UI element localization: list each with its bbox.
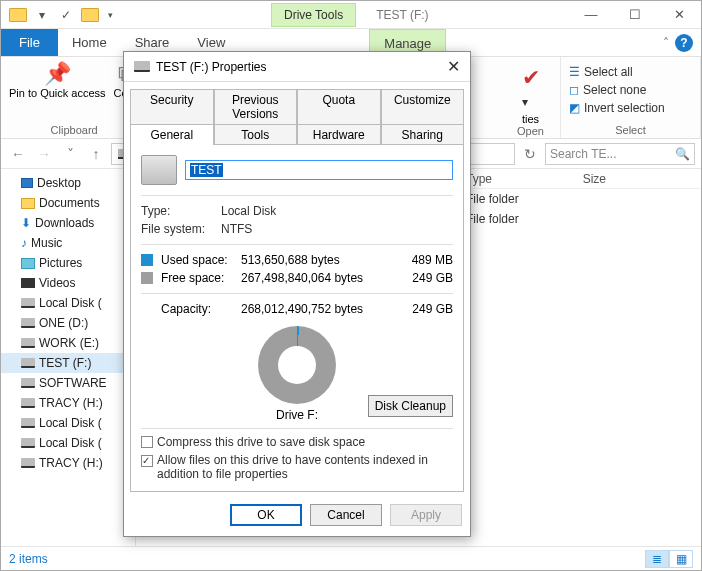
maximize-button[interactable]: ☐ <box>613 1 657 29</box>
used-space-pretty: 489 MB <box>393 253 453 267</box>
properties-caret[interactable]: ▾ <box>522 95 540 109</box>
tree-node: Local Disk ( <box>1 433 135 453</box>
minimize-button[interactable]: — <box>569 1 613 29</box>
tree-node: Local Disk ( <box>1 293 135 313</box>
volume-name-input[interactable]: TEST <box>185 160 453 180</box>
tree-node: TRACY (H:) <box>1 453 135 473</box>
capacity-pretty: 249 GB <box>393 302 453 316</box>
tab-previous-versions[interactable]: Previous Versions <box>214 89 298 124</box>
tree-node: Documents <box>1 193 135 213</box>
used-swatch <box>141 254 153 266</box>
dialog-body: TEST Type:Local Disk File system:NTFS Us… <box>130 144 464 492</box>
item-count: 2 items <box>9 552 48 566</box>
qa-folder-icon[interactable] <box>79 4 101 26</box>
tree-node: SOFTWARE <box>1 373 135 393</box>
compress-checkbox[interactable]: Compress this drive to save disk space <box>141 435 453 449</box>
tab-general[interactable]: General <box>130 124 214 145</box>
qa-save-icon[interactable]: ✓ <box>55 4 77 26</box>
dialog-button-row: OK Cancel Apply <box>124 498 470 536</box>
fs-label: File system: <box>141 222 221 236</box>
pin-button[interactable]: Pin to Quick access <box>9 87 106 99</box>
used-space-bytes: 513,650,688 bytes <box>241 253 393 267</box>
tab-hardware[interactable]: Hardware <box>297 124 381 145</box>
tree-node: ♪Music <box>1 233 135 253</box>
quick-access-toolbar: ▾ ✓ ▾ <box>1 4 121 26</box>
status-bar: 2 items ≣ ▦ <box>1 546 701 570</box>
tree-node: ONE (D:) <box>1 313 135 333</box>
group-label-clipboard: Clipboard <box>51 124 98 136</box>
select-all-button[interactable]: ☰Select all <box>569 65 665 79</box>
dialog-title: TEST (F:) Properties <box>156 60 266 74</box>
search-box[interactable]: Search TE... 🔍 <box>545 143 695 165</box>
properties-dialog: TEST (F:) Properties ✕ Security Previous… <box>123 51 471 537</box>
large-icons-view-button[interactable]: ▦ <box>669 550 693 568</box>
dialog-titlebar[interactable]: TEST (F:) Properties ✕ <box>124 52 470 82</box>
properties-label-partial[interactable]: ties <box>522 113 539 125</box>
help-icon[interactable]: ? <box>675 34 693 52</box>
tree-node: Pictures <box>1 253 135 273</box>
close-button[interactable]: ✕ <box>657 1 701 29</box>
tree-node: TRACY (H:) <box>1 393 135 413</box>
invert-selection-button[interactable]: ◩Invert selection <box>569 101 665 115</box>
used-space-label: Used space: <box>161 253 241 267</box>
window-title: TEST (F:) <box>376 8 428 22</box>
capacity-bytes: 268,012,490,752 bytes <box>241 302 393 316</box>
tree-node-selected: TEST (F:) <box>1 353 135 373</box>
pin-icon[interactable]: 📌 <box>44 61 71 87</box>
group-label-open: Open <box>517 125 544 137</box>
tab-customize[interactable]: Customize <box>381 89 465 124</box>
select-none-button[interactable]: ◻Select none <box>569 83 665 97</box>
cancel-button[interactable]: Cancel <box>310 504 382 526</box>
tree-node: ⬇Downloads <box>1 213 135 233</box>
capacity-label: Capacity: <box>161 302 241 316</box>
ribbon-group-open: ✔ ▾ ties Open <box>501 57 561 138</box>
file-tab[interactable]: File <box>1 29 58 56</box>
free-space-bytes: 267,498,840,064 bytes <box>241 271 393 285</box>
search-placeholder: Search TE... <box>550 147 675 161</box>
apply-button[interactable]: Apply <box>390 504 462 526</box>
tab-security[interactable]: Security <box>130 89 214 124</box>
back-button[interactable]: ← <box>7 143 29 165</box>
usage-donut <box>258 326 336 404</box>
qa-dropdown[interactable]: ▾ <box>99 4 121 26</box>
index-checkbox[interactable]: Allow files on this drive to have conten… <box>141 453 453 481</box>
group-label-select: Select <box>615 124 646 136</box>
dialog-close-button[interactable]: ✕ <box>447 57 460 76</box>
overflow-dropdown[interactable]: ▾ <box>31 4 53 26</box>
history-dropdown[interactable]: ˅ <box>59 143 81 165</box>
disk-cleanup-button[interactable]: Disk Cleanup <box>368 395 453 417</box>
fs-value: NTFS <box>221 222 453 236</box>
free-space-label: Free space: <box>161 271 241 285</box>
forward-button[interactable]: → <box>33 143 55 165</box>
ribbon-collapse-icon[interactable]: ˄ <box>663 36 669 50</box>
type-value: Local Disk <box>221 204 453 218</box>
app-icon <box>7 4 29 26</box>
tab-home[interactable]: Home <box>58 29 121 56</box>
contextual-tab-group: Drive Tools <box>271 3 356 27</box>
drive-large-icon <box>141 155 177 185</box>
dialog-drive-icon <box>134 61 150 72</box>
tree-node: Desktop <box>1 173 135 193</box>
details-view-button[interactable]: ≣ <box>645 550 669 568</box>
tree-node: WORK (E:) <box>1 333 135 353</box>
free-space-pretty: 249 GB <box>393 271 453 285</box>
up-button[interactable]: ↑ <box>85 143 107 165</box>
tree-node: Videos <box>1 273 135 293</box>
tab-tools[interactable]: Tools <box>214 124 298 145</box>
tab-sharing[interactable]: Sharing <box>381 124 465 145</box>
navigation-tree[interactable]: Desktop Documents ⬇Downloads ♪Music Pict… <box>1 169 136 546</box>
col-type: Type <box>466 172 556 186</box>
free-swatch <box>141 272 153 284</box>
ribbon-group-select: ☰Select all ◻Select none ◩Invert selecti… <box>561 57 701 138</box>
dialog-tabstrip: Security Previous Versions Quota Customi… <box>124 82 470 144</box>
col-size: Size <box>556 172 616 186</box>
tab-quota[interactable]: Quota <box>297 89 381 124</box>
ok-button[interactable]: OK <box>230 504 302 526</box>
properties-icon[interactable]: ✔ <box>522 65 540 91</box>
type-label: Type: <box>141 204 221 218</box>
search-icon: 🔍 <box>675 147 690 161</box>
window-titlebar: ▾ ✓ ▾ Drive Tools TEST (F:) — ☐ ✕ <box>1 1 701 29</box>
tree-node: Local Disk ( <box>1 413 135 433</box>
refresh-button[interactable]: ↻ <box>519 143 541 165</box>
